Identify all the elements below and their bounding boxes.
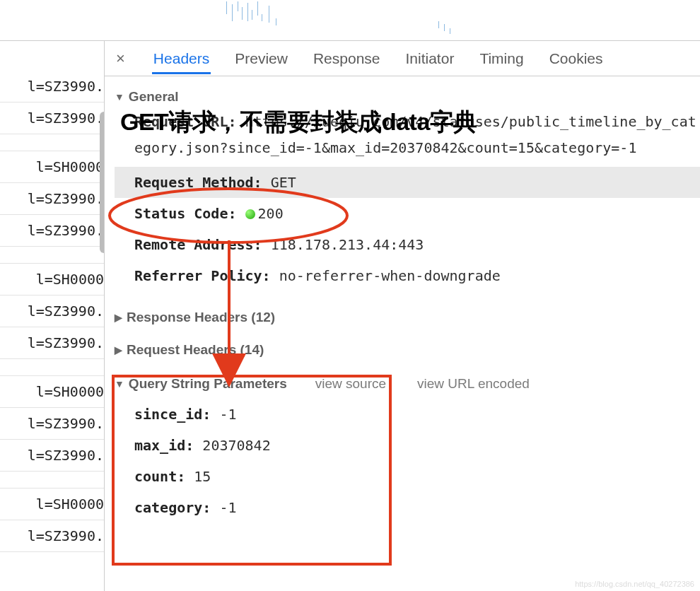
- tab-timing[interactable]: Timing: [478, 43, 525, 74]
- list-gap: [0, 359, 104, 376]
- request-method-row: Request Method: GET: [115, 167, 700, 198]
- section-general[interactable]: ▼ General: [115, 83, 700, 109]
- request-list-item[interactable]: l=SH0000: [0, 151, 104, 183]
- list-gap: [0, 472, 104, 488]
- query-param-row: since_id: -1: [115, 399, 700, 430]
- request-list-item[interactable]: l=SZ3990.: [0, 183, 104, 215]
- query-param-value: -1: [219, 406, 236, 423]
- request-method-label: Request Method:: [134, 174, 262, 191]
- request-list-item[interactable]: l=SZ3990.: [0, 327, 104, 359]
- section-query-string-label: Query String Parameters: [129, 376, 287, 392]
- query-param-key: count:: [134, 468, 185, 485]
- caret-right-icon: ▶: [115, 344, 122, 356]
- referrer-policy-row: Referrer Policy: no-referrer-when-downgr…: [115, 260, 700, 291]
- section-general-label: General: [129, 89, 179, 105]
- request-list-item[interactable]: l=SH0000: [0, 488, 104, 520]
- request-method-value: GET: [271, 174, 296, 191]
- details-tabs: × Headers Preview Response Initiator Tim…: [105, 41, 700, 76]
- section-request-headers[interactable]: ▶ Request Headers (14): [115, 337, 700, 362]
- query-param-value: 20370842: [202, 437, 270, 454]
- section-response-headers-label: Response Headers (12): [127, 310, 275, 325]
- referrer-policy-label: Referrer Policy:: [134, 267, 271, 284]
- query-param-row: count: 15: [115, 461, 700, 492]
- query-param-key: category:: [134, 499, 211, 516]
- request-list-item[interactable]: l=SZ3990.: [0, 520, 104, 552]
- view-source-link[interactable]: view source: [315, 376, 386, 392]
- request-list-item[interactable]: l=SZ3990.: [0, 440, 104, 472]
- status-code-value: 200: [258, 205, 284, 222]
- query-param-value: 15: [194, 468, 211, 485]
- tab-preview[interactable]: Preview: [233, 43, 289, 74]
- caret-down-icon: ▼: [115, 91, 124, 103]
- query-param-row: category: -1: [115, 492, 700, 523]
- tab-cookies[interactable]: Cookies: [548, 43, 605, 74]
- request-list-item[interactable]: l=SZ3990.: [0, 408, 104, 440]
- caret-down-icon: ▼: [115, 378, 124, 390]
- scrollbar-thumb[interactable]: [100, 112, 105, 253]
- query-param-value: -1: [219, 499, 236, 516]
- query-param-key: since_id:: [134, 406, 211, 423]
- tab-headers[interactable]: Headers: [152, 43, 211, 74]
- watermark: https://blog.csdn.net/qq_40272386: [575, 580, 694, 588]
- section-request-headers-label: Request Headers (14): [127, 342, 264, 358]
- request-list-item[interactable]: l=SZ3990.: [0, 296, 104, 327]
- query-param-key: max_id:: [134, 437, 194, 454]
- tab-response[interactable]: Response: [312, 43, 382, 74]
- request-list-item[interactable]: l=SZ3990.: [0, 215, 104, 247]
- waterfall-ticks: [113, 0, 693, 40]
- view-url-encoded-link[interactable]: view URL encoded: [417, 376, 530, 392]
- caret-right-icon: ▶: [115, 312, 122, 323]
- list-gap: [0, 134, 104, 151]
- referrer-policy-value: no-referrer-when-downgrade: [279, 267, 501, 284]
- request-list-item[interactable]: l=SZ3990.: [0, 103, 104, 134]
- request-list-item[interactable]: l=SH0000: [0, 264, 104, 296]
- list-gap: [0, 247, 104, 264]
- request-list-panel: l=SZ3990.l=SZ3990.l=SH0000l=SZ3990.l=SZ3…: [0, 41, 105, 591]
- query-param-row: max_id: 20370842: [115, 430, 700, 461]
- waterfall-timeline: [0, 0, 700, 41]
- section-response-headers[interactable]: ▶ Response Headers (12): [115, 304, 700, 329]
- request-list-item[interactable]: l=SH0000: [0, 376, 104, 408]
- remote-address-row: Remote Address: 118.178.213.44:443: [115, 229, 700, 260]
- annotation-title: GET请求，不需要封装成data字典: [120, 106, 477, 139]
- status-code-row: Status Code: 200: [115, 198, 700, 229]
- tab-initiator[interactable]: Initiator: [404, 43, 456, 74]
- remote-address-label: Remote Address:: [134, 236, 262, 253]
- remote-address-value: 118.178.213.44:443: [271, 236, 424, 253]
- status-code-label: Status Code:: [134, 205, 237, 222]
- close-icon[interactable]: ×: [112, 49, 129, 68]
- status-ok-icon: [245, 209, 255, 219]
- request-list-item[interactable]: l=SZ3990.: [0, 71, 104, 103]
- section-query-string[interactable]: ▼ Query String Parameters: [115, 376, 287, 392]
